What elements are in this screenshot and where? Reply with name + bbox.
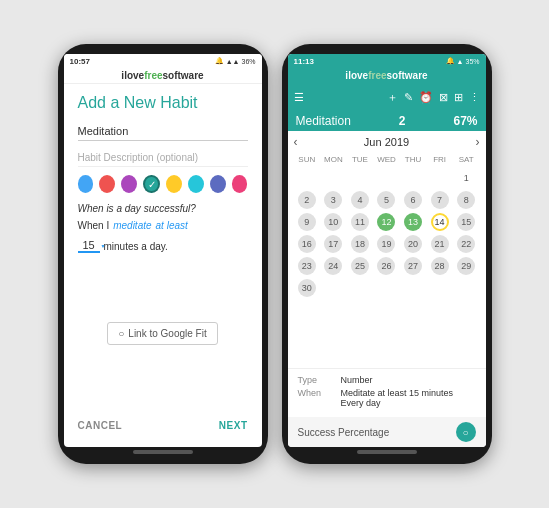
cal-day-30[interactable]: 30 [298, 279, 316, 297]
cal-day-19[interactable]: 19 [377, 235, 395, 253]
minutes-input[interactable] [78, 239, 100, 253]
more-icon[interactable]: ⋮ [469, 91, 480, 104]
habit-count: 2 [399, 114, 406, 128]
calendar: ‹ Jun 2019 › SUN MON TUE WED THU FRI SAT [288, 131, 486, 368]
cal-day-10[interactable]: 10 [324, 213, 342, 231]
share-icon[interactable]: ⊠ [439, 91, 448, 104]
color-dot-6[interactable] [210, 175, 226, 193]
when-condition: at least [156, 220, 188, 231]
phone-1-screen: 10:57 🔔 ▲▲ 36% ilovefreesoftware Add a N… [64, 54, 262, 447]
cal-prev-arrow[interactable]: ‹ [294, 135, 298, 149]
teal-toolbar: ☰ ＋ ✎ ⏰ ⊠ ⊞ ⋮ [288, 83, 486, 111]
cal-day-20[interactable]: 20 [404, 235, 422, 253]
edit-icon[interactable]: ✎ [404, 91, 413, 104]
color-dot-1[interactable] [99, 175, 115, 193]
cancel-button[interactable]: CANCEL [78, 420, 123, 431]
phones-container: 10:57 🔔 ▲▲ 36% ilovefreesoftware Add a N… [58, 44, 492, 464]
status-bar-1: 10:57 🔔 ▲▲ 36% [64, 54, 262, 68]
success-label: Success Percentage [298, 427, 390, 438]
google-fit-label: Link to Google Fit [128, 328, 206, 339]
status-bar-2: 11:13 🔔 ▲ 35% [288, 54, 486, 68]
next-button[interactable]: NEXT [219, 420, 248, 431]
cal-header-wed: WED [373, 153, 400, 166]
status-icons-2: 🔔 ▲ 35% [446, 57, 480, 65]
cal-cell-empty [320, 278, 347, 298]
site-name-prefix: ilove [121, 70, 144, 81]
wifi-icon-2: ▲ [457, 58, 464, 65]
cal-header-sat: SAT [453, 153, 480, 166]
google-fit-icon: ○ [118, 328, 124, 339]
alarm-icon[interactable]: ⏰ [419, 91, 433, 104]
cal-day-21[interactable]: 21 [431, 235, 449, 253]
cal-cell-empty [347, 278, 374, 298]
when-row: When I meditate at least [78, 220, 248, 231]
add-icon[interactable]: ＋ [387, 90, 398, 105]
action-buttons: CANCEL NEXT [78, 414, 248, 437]
cal-day-14[interactable]: 14 [431, 213, 449, 231]
cal-day-5[interactable]: 5 [377, 191, 395, 209]
cal-day-11[interactable]: 11 [351, 213, 369, 231]
habit-name: Meditation [296, 114, 351, 128]
cal-week-4: 16 17 18 19 20 21 22 [294, 234, 480, 254]
color-dot-4[interactable] [166, 175, 182, 193]
cal-day-26[interactable]: 26 [377, 257, 395, 275]
cal-header-sun: SUN [294, 153, 321, 166]
menu-icon[interactable]: ☰ [294, 91, 304, 104]
cal-day-16[interactable]: 16 [298, 235, 316, 253]
cal-day-23[interactable]: 23 [298, 257, 316, 275]
habit-name-input[interactable] [78, 122, 248, 141]
cal-next-arrow[interactable]: › [475, 135, 479, 149]
cal-cell-empty [426, 168, 453, 188]
cal-header-thu: THU [400, 153, 427, 166]
cal-day-27[interactable]: 27 [404, 257, 422, 275]
cal-day-12[interactable]: 12 [377, 213, 395, 231]
cal-day-1[interactable]: 1 [453, 168, 480, 188]
cal-cell-empty [400, 168, 427, 188]
site-header-2: ilovefreesoftware [288, 68, 486, 83]
cal-day-6[interactable]: 6 [404, 191, 422, 209]
cal-cell-empty [294, 168, 321, 188]
success-icon[interactable]: ○ [456, 422, 476, 442]
grid-icon[interactable]: ⊞ [454, 91, 463, 104]
google-fit-button[interactable]: ○ Link to Google Fit [107, 322, 217, 345]
habit-header: Meditation 2 67% [288, 111, 486, 131]
cal-day-18[interactable]: 18 [351, 235, 369, 253]
color-dot-5[interactable] [188, 175, 204, 193]
cal-day-22[interactable]: 22 [457, 235, 475, 253]
cal-day-4[interactable]: 4 [351, 191, 369, 209]
cal-cell-empty [426, 278, 453, 298]
cal-cell-empty [453, 278, 480, 298]
color-dot-7[interactable] [232, 175, 248, 193]
cal-day-15[interactable]: 15 [457, 213, 475, 231]
add-habit-title: Add a New Habit [78, 94, 248, 112]
cal-month-title: Jun 2019 [364, 136, 409, 148]
cal-day-8[interactable]: 8 [457, 191, 475, 209]
phone1-content: Add a New Habit Habit Description (optio… [64, 84, 262, 447]
cal-day-24[interactable]: 24 [324, 257, 342, 275]
spacer [78, 267, 248, 322]
habit-desc-placeholder[interactable]: Habit Description (optional) [78, 149, 248, 167]
status-icons-1: 🔔 ▲▲ 36% [215, 57, 256, 65]
cal-day-7[interactable]: 7 [431, 191, 449, 209]
toolbar-icons-group: ＋ ✎ ⏰ ⊠ ⊞ ⋮ [387, 90, 480, 105]
when-successful-label: When is a day successful? [78, 203, 248, 214]
color-dot-0[interactable] [78, 175, 94, 193]
info-row-type: Type Number [298, 375, 476, 385]
cal-day-29[interactable]: 29 [457, 257, 475, 275]
color-dot-3[interactable]: ✓ [143, 175, 159, 193]
color-dot-2[interactable] [121, 175, 137, 193]
cal-cell-empty [373, 168, 400, 188]
spacer2 [78, 359, 248, 414]
cal-header-tue: TUE [347, 153, 374, 166]
cal-day-9[interactable]: 9 [298, 213, 316, 231]
cal-day-13[interactable]: 13 [404, 213, 422, 231]
cal-day-28[interactable]: 28 [431, 257, 449, 275]
when-value: Meditate at least 15 minutesEvery day [341, 388, 454, 408]
when-prefix: When I [78, 220, 110, 231]
cal-day-17[interactable]: 17 [324, 235, 342, 253]
site-header-1: ilovefreesoftware [64, 68, 262, 84]
cal-day-3[interactable]: 3 [324, 191, 342, 209]
cal-day-25[interactable]: 25 [351, 257, 369, 275]
cal-week-5: 23 24 25 26 27 28 29 [294, 256, 480, 276]
cal-day-2[interactable]: 2 [298, 191, 316, 209]
